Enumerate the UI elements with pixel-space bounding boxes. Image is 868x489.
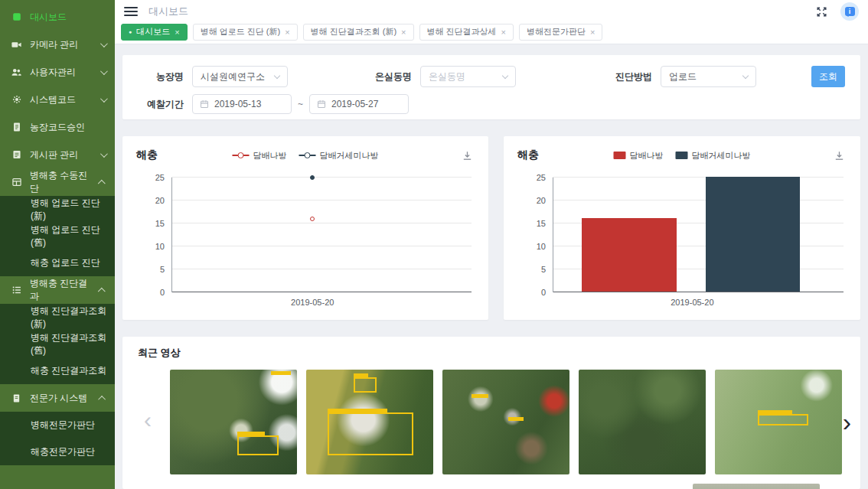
chart-legend: 담배나방담배거세미나방: [233, 150, 379, 161]
sidebar-subitem-label: 병해 업로드 진단 (舊): [31, 223, 115, 249]
sidebar-subitem-label: 병해 진단결과조회 (新): [31, 305, 115, 331]
method-label: 진단방법: [606, 70, 652, 83]
pest-scatter-chart: 05101520252019-05-20: [136, 170, 478, 314]
farm-name-value: 시설원예연구소: [201, 70, 265, 83]
sidebar-subitem-disease-upload-old[interactable]: 병해 업로드 진단 (舊): [0, 223, 115, 249]
method-select[interactable]: 업로드: [661, 66, 756, 87]
leaf-image-1[interactable]: [170, 370, 297, 474]
farm-name-select[interactable]: 시설원예연구소: [192, 66, 288, 87]
legend-square-marker: [676, 152, 688, 159]
legend-label: 담배거세미나방: [320, 150, 379, 161]
close-icon[interactable]: ×: [501, 28, 506, 37]
document-icon: [11, 122, 22, 133]
search-button[interactable]: 조회: [811, 66, 845, 87]
sidebar-subitem-pest-results[interactable]: 해충 진단결과조회: [0, 357, 115, 384]
legend-item[interactable]: 담배거세미나방: [299, 150, 379, 161]
legend-item[interactable]: 담배나방: [614, 150, 664, 161]
detection-box: [354, 377, 377, 393]
period-from-input[interactable]: 2019-05-13: [192, 94, 292, 114]
tab-label: 병해전문가판단: [527, 26, 586, 37]
detection-box: [758, 414, 808, 425]
close-icon[interactable]: ×: [175, 28, 179, 37]
sidebar-subitem-disease-results-old[interactable]: 병해 진단결과조회 (舊): [0, 331, 115, 357]
carousel-prev-icon[interactable]: ‹: [144, 409, 152, 432]
calendar-icon: [200, 99, 209, 109]
hamburger-menu-icon[interactable]: [124, 7, 138, 16]
period-from-value: 2019-05-13: [214, 99, 261, 109]
period-to-input[interactable]: 2019-05-27: [309, 94, 409, 114]
sidebar-item-expert-system[interactable]: 전문가 시스템: [0, 384, 115, 412]
sidebar-subitem-pest-expert[interactable]: 해충전문가판단: [0, 438, 115, 465]
greenhouse-label: 온실동명: [366, 70, 412, 83]
sidebar-item-camera-management[interactable]: 카메라 관리: [0, 31, 115, 58]
tab-label: 병해 업로드 진단 (新): [201, 26, 281, 37]
farm-name-label: 농장명: [138, 70, 184, 83]
sidebar-item-manual-diagnosis[interactable]: 병해충 수동진단: [0, 168, 115, 196]
foliage-image-4[interactable]: [579, 370, 706, 474]
leaf-image-5[interactable]: [715, 370, 842, 474]
detection-box: [237, 435, 279, 455]
legend-item[interactable]: 담배거세미나방: [676, 150, 751, 161]
greenhouse-select[interactable]: 온실동명: [420, 66, 516, 87]
app-window: 대시보드 카메라 관리 사용자관리 시스템코드 농장코드승인: [0, 0, 868, 489]
greenhouse-placeholder: 온실동명: [429, 70, 465, 83]
download-icon[interactable]: [460, 148, 475, 163]
period-to-value: 2019-05-27: [331, 99, 378, 109]
recent-images-panel: 최근 영상 ‹: [122, 337, 860, 489]
main-area: 대시보드 i ● 대시보드 × 병해 업로드 진단 (新) × 병해 진단결: [115, 0, 868, 489]
tab-label: 대시보드: [136, 26, 170, 37]
content-area: 농장명 시설원예연구소 온실동명 온실동명 진단방법 업로드: [115, 44, 868, 489]
leaf-image-3[interactable]: [442, 370, 569, 474]
close-icon[interactable]: ×: [285, 28, 289, 37]
chart-title: 해충: [517, 148, 539, 162]
chevron-down-icon: [742, 73, 749, 79]
grid-icon: [11, 177, 22, 188]
carousel-next-icon[interactable]: ›: [843, 409, 851, 435]
sidebar-subitem-disease-results-new[interactable]: 병해 진단결과조회 (新): [0, 304, 115, 331]
tab-diagnosis-detail[interactable]: 병해 진단결과상세 ×: [419, 24, 514, 41]
active-dot-icon: ●: [129, 29, 132, 34]
page-title: 대시보드: [148, 5, 188, 18]
board-icon: [11, 149, 22, 161]
gear-icon: [11, 94, 22, 106]
top-bar: 대시보드 i: [115, 0, 868, 23]
sidebar-item-farm-code-approval[interactable]: 농장코드승인: [0, 113, 115, 141]
sidebar-item-label: 병해충 수동진단: [30, 169, 93, 195]
sidebar-item-user-management[interactable]: 사용자관리: [0, 58, 115, 86]
download-icon[interactable]: [832, 148, 847, 163]
tab-label: 병해 진단결과상세: [427, 26, 497, 37]
chevron-down-icon: [100, 40, 108, 47]
sidebar-subitem-label: 병해 진단결과조회 (舊): [31, 331, 115, 357]
sidebar: 대시보드 카메라 관리 사용자관리 시스템코드 농장코드승인: [0, 0, 115, 489]
sidebar-item-label: 병해충 진단결과: [30, 277, 93, 303]
tab-disease-upload-new[interactable]: 병해 업로드 진단 (新) ×: [193, 24, 298, 41]
sidebar-item-label: 전문가 시스템: [30, 392, 87, 405]
sidebar-subitem-pest-upload[interactable]: 해충 업로드 진단: [0, 249, 115, 276]
leaf-image-2[interactable]: [306, 370, 433, 474]
tab-disease-results-new[interactable]: 병해 진단결과조회 (新) ×: [303, 24, 414, 41]
sidebar-item-diagnosis-results[interactable]: 병해충 진단결과: [0, 276, 115, 304]
bar-담배거세미나방: [706, 177, 801, 292]
sidebar-item-board-management[interactable]: 게시판 관리: [0, 141, 115, 168]
legend-item[interactable]: 담배나방: [233, 150, 287, 161]
tab-dashboard[interactable]: ● 대시보드 ×: [121, 24, 188, 41]
sidebar-subitem-disease-expert[interactable]: 병해전문가판단: [0, 412, 115, 438]
period-label: 예찰기간: [138, 98, 184, 111]
close-icon[interactable]: ×: [590, 28, 595, 37]
sidebar-item-dashboard[interactable]: 대시보드: [0, 3, 115, 31]
file-icon: [11, 393, 22, 404]
filter-panel: 농장명 시설원예연구소 온실동명 온실동명 진단방법 업로드: [122, 55, 860, 119]
recent-images-title: 최근 영상: [138, 346, 845, 360]
fullscreen-icon[interactable]: [815, 5, 828, 18]
sidebar-subitem-disease-upload-new[interactable]: 병해 업로드 진단 (新): [0, 196, 115, 223]
next-row-image-partial: [693, 484, 820, 489]
sidebar-subitem-label: 해충전문가판단: [31, 445, 95, 458]
bar-담배나방: [582, 218, 677, 292]
help-chat-button[interactable]: i: [840, 2, 859, 21]
tab-disease-expert[interactable]: 병해전문가판단 ×: [519, 24, 602, 41]
close-icon[interactable]: ×: [401, 28, 406, 37]
detection-label: [508, 417, 524, 421]
sidebar-item-system-code[interactable]: 시스템코드: [0, 86, 115, 113]
chevron-down-icon: [100, 150, 108, 158]
list-icon: [11, 285, 22, 296]
